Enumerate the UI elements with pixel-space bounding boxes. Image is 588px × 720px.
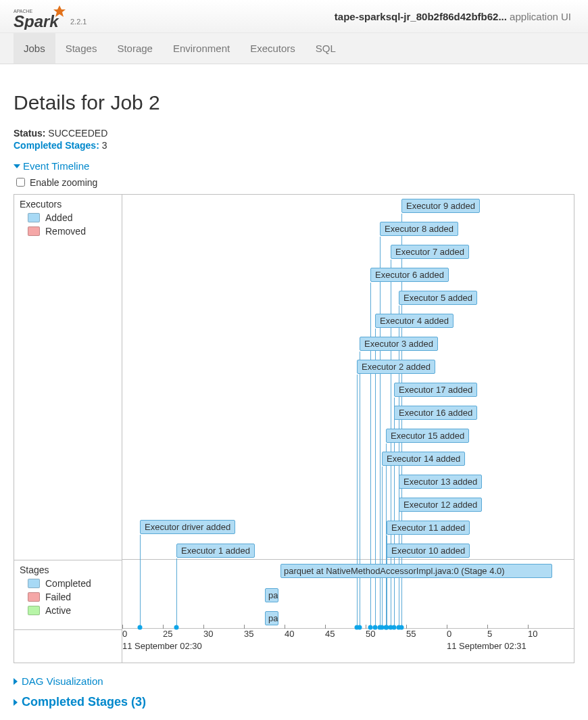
axis-tick: 45	[325, 629, 335, 639]
navbar: APACHE Spark 2.2.1 tape-sparksql-jr_80b2…	[0, 0, 588, 33]
tab-stages[interactable]: Stages	[55, 33, 107, 64]
legend-added-label: Added	[45, 212, 72, 223]
axis-date-label: 11 September 02:31	[447, 641, 526, 651]
legend-completed: Completed	[28, 578, 116, 589]
app-name: tape-sparksql-jr_80b2f86d42bfb62...	[335, 11, 507, 22]
timeline-executor-event[interactable]: Executor 5 added	[399, 291, 477, 305]
axis-tick: 50	[366, 629, 375, 639]
legend-completed-label: Completed	[45, 578, 91, 589]
legend-failed: Failed	[28, 592, 116, 602]
executors-legend-title: Executors	[20, 199, 116, 210]
legend-removed-label: Removed	[45, 226, 86, 237]
stages-legend-title: Stages	[20, 565, 116, 575]
timeline-executor-event[interactable]: Executor 10 added	[387, 544, 470, 558]
timeline-stage-lane: parquet at NativeMethodAccessorImpl.java…	[122, 560, 574, 629]
legend-active: Active	[28, 605, 116, 616]
enable-zoom-row: Enable zooming	[14, 176, 574, 189]
axis-tick: 40	[285, 629, 294, 639]
timeline-stage-event[interactable]: parquet at NativeMethodAccessorImpl.java…	[280, 564, 552, 578]
timeline-executor-event[interactable]: Executor driver added	[140, 520, 235, 534]
axis-tick: 0	[122, 629, 127, 639]
axis-tick: 0	[447, 629, 451, 639]
timeline-executor-event[interactable]: Executor 3 added	[360, 337, 438, 351]
stages-legend-group: Stages Completed Failed Active	[14, 560, 122, 630]
timeline-legend-col: Executors Added Removed Stages Completed	[14, 195, 122, 663]
active-swatch-icon	[28, 606, 40, 615]
axis-legend-spacer	[14, 630, 122, 663]
timeline-chart[interactable]: Executor 9 addedExecutor 8 addedExecutor…	[122, 195, 574, 663]
spark-logo-icon: APACHE Spark	[14, 3, 68, 30]
nav-tabs: JobsStagesStorageEnvironmentExecutorsSQL	[0, 33, 588, 64]
executors-legend-group: Executors Added Removed	[14, 195, 122, 560]
dag-visualization-toggle[interactable]: DAG Visualization	[14, 675, 103, 687]
timeline-executor-event[interactable]: Executor 13 added	[399, 475, 482, 489]
enable-zoom-checkbox[interactable]	[16, 178, 25, 187]
axis-tick: 10	[528, 629, 537, 639]
timeline-executor-event[interactable]: Executor 1 added	[176, 544, 255, 558]
legend-added: Added	[28, 212, 116, 223]
completed-stages-toggle[interactable]: Completed Stages (3)	[14, 695, 146, 709]
caret-down-icon	[14, 164, 20, 168]
timeline-executor-event[interactable]: Executor 7 added	[391, 245, 469, 259]
legend-active-label: Active	[45, 605, 71, 616]
timeline-executor-event[interactable]: Executor 9 added	[401, 199, 480, 213]
legend-failed-label: Failed	[45, 592, 71, 602]
tab-jobs[interactable]: Jobs	[14, 33, 55, 64]
tab-environment[interactable]: Environment	[163, 33, 240, 64]
timeline-executor-lane: Executor 9 addedExecutor 8 addedExecutor…	[122, 195, 574, 560]
tab-executors[interactable]: Executors	[240, 33, 305, 64]
timeline-executor-event[interactable]: Executor 8 added	[380, 222, 458, 236]
legend-removed: Removed	[28, 226, 116, 237]
event-timeline-label: Event Timeline	[23, 160, 89, 172]
status-row: Status: SUCCEEDED	[14, 128, 574, 139]
completed-stages-section-label: Completed Stages (3)	[22, 695, 146, 709]
tab-storage[interactable]: Storage	[107, 33, 163, 64]
completed-swatch-icon	[28, 579, 40, 588]
status-label: Status:	[14, 128, 45, 139]
axis-tick: 30	[203, 629, 213, 639]
completed-stages-label[interactable]: Completed Stages:	[14, 140, 99, 151]
timeline-executor-event[interactable]: Executor 14 added	[382, 452, 465, 466]
removed-swatch-icon	[28, 226, 40, 236]
axis-tick: 25	[163, 629, 172, 639]
timeline-executor-event[interactable]: Executor 16 added	[394, 406, 477, 420]
axis-tick: 35	[244, 629, 253, 639]
page-content: Details for Job 2 Status: SUCCEEDED Comp…	[0, 64, 588, 720]
timeline-executor-event[interactable]: Executor 12 added	[399, 498, 482, 512]
page-title: Details for Job 2	[14, 91, 574, 114]
tab-sql[interactable]: SQL	[305, 33, 346, 64]
timeline-stage-event[interactable]: pa	[265, 588, 278, 602]
timeline-axis: 025303540455055051011 September 02:3011 …	[122, 629, 574, 661]
job-summary: Status: SUCCEEDED Completed Stages: 3	[14, 128, 574, 151]
brand-logo[interactable]: APACHE Spark 2.2.1	[0, 0, 97, 32]
timeline-executor-event[interactable]: Executor 2 added	[357, 360, 435, 374]
caret-right-icon	[14, 678, 18, 685]
enable-zoom-label: Enable zooming	[30, 177, 97, 188]
added-swatch-icon	[28, 213, 40, 222]
status-value: SUCCEEDED	[48, 128, 107, 139]
svg-text:Spark: Spark	[14, 12, 59, 30]
failed-swatch-icon	[28, 592, 40, 602]
timeline-executor-event[interactable]: Executor 11 added	[387, 521, 470, 535]
axis-tick: 55	[406, 629, 416, 639]
app-title: tape-sparksql-jr_80b2f86d42bfb62... appl…	[335, 11, 588, 22]
app-suffix: application UI	[510, 11, 571, 22]
timeline-executor-event[interactable]: Executor 17 added	[394, 383, 477, 397]
spark-version: 2.2.1	[70, 18, 87, 26]
timeline-executor-event[interactable]: Executor 15 added	[386, 429, 469, 443]
axis-date-label: 11 September 02:30	[122, 641, 202, 651]
timeline-executor-event[interactable]: Executor 4 added	[375, 314, 454, 328]
timeline-executor-event[interactable]: Executor 6 added	[370, 268, 449, 282]
event-timeline-toggle[interactable]: Event Timeline	[14, 160, 89, 172]
timeline-stage-event[interactable]: pa	[265, 611, 278, 625]
completed-stages-row: Completed Stages: 3	[14, 140, 574, 151]
caret-right-icon	[14, 699, 18, 706]
dag-visualization-label: DAG Visualization	[22, 675, 103, 687]
timeline: Executors Added Removed Stages Completed	[14, 194, 574, 663]
completed-stages-value: 3	[102, 140, 107, 151]
axis-tick: 5	[487, 629, 492, 639]
